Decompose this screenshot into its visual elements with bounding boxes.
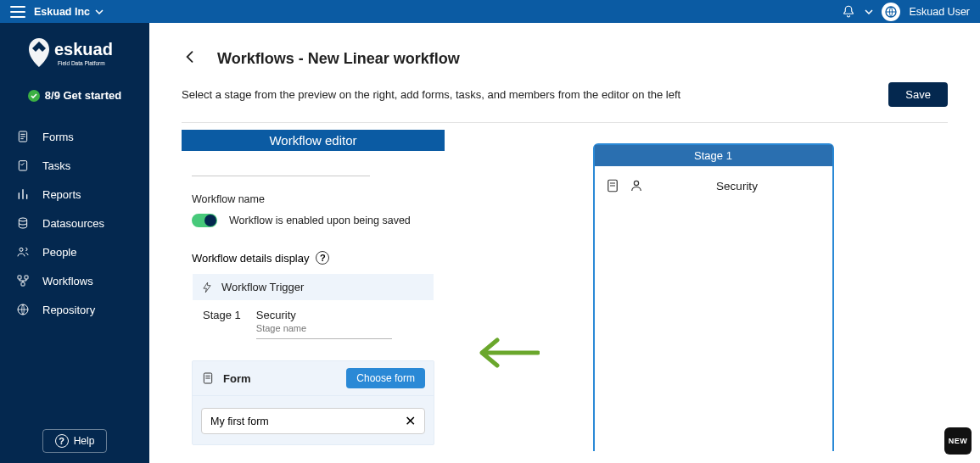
form-icon (15, 129, 31, 144)
form-icon (605, 178, 620, 193)
form-chip-label: My first form (210, 416, 269, 427)
people-icon (15, 244, 31, 259)
globe-avatar[interactable] (882, 3, 900, 21)
svg-rect-4 (19, 161, 26, 170)
svg-point-6 (20, 248, 23, 251)
page-subtitle: Select a stage from the preview on the r… (182, 88, 680, 101)
get-started-link[interactable]: 8/9 Get started (0, 81, 149, 117)
svg-rect-8 (25, 276, 28, 279)
main: Workflows - New Linear workflow Select a… (149, 23, 980, 463)
help-button[interactable]: ? Help (42, 429, 108, 453)
form-section-label: Form (223, 372, 251, 385)
hamburger-icon (10, 6, 25, 18)
workflow-name-label: Workflow name (192, 193, 434, 205)
sidebar-item-forms[interactable]: Forms (0, 122, 149, 151)
form-icon (201, 371, 215, 385)
task-icon (15, 158, 31, 173)
sidebar-item-workflows[interactable]: Workflows (0, 266, 149, 295)
sidebar-item-tasks[interactable]: Tasks (0, 151, 149, 180)
globe-icon (884, 5, 898, 19)
workflows-icon (15, 273, 31, 288)
sidebar-item-label: Workflows (42, 275, 93, 287)
editor-header: Workflow editor (182, 130, 445, 151)
svg-point-14 (634, 181, 638, 185)
nav-list: Forms Tasks Reports Datasources People W… (0, 117, 149, 329)
sidebar-item-label: Forms (42, 131, 74, 143)
datasource-icon (15, 215, 31, 231)
bell-icon (841, 4, 856, 20)
check-icon (28, 90, 40, 102)
sidebar-item-repository[interactable]: Repository (0, 295, 149, 324)
hamburger-button[interactable] (10, 6, 25, 18)
back-button[interactable] (182, 48, 202, 69)
person-icon (629, 178, 644, 193)
stage-name-input[interactable]: Security Stage name (256, 309, 392, 339)
sidebar-item-reports[interactable]: Reports (0, 180, 149, 209)
svg-text:eskuad: eskuad (54, 40, 113, 59)
form-chip: My first form ✕ (201, 408, 425, 434)
stage-name-hint: Stage name (256, 323, 392, 333)
help-label: Help (74, 435, 95, 447)
sidebar-item-people[interactable]: People (0, 237, 149, 266)
trigger-label: Workflow Trigger (221, 281, 304, 293)
details-display-label: Workflow details display (192, 252, 309, 265)
workflow-name-input[interactable] (192, 166, 370, 176)
stage-card-title: Stage 1 (595, 145, 832, 166)
svg-rect-9 (21, 282, 25, 286)
svg-rect-7 (18, 276, 21, 279)
org-switcher[interactable]: Eskuad Inc (34, 6, 104, 18)
stage-name-value: Security (256, 309, 392, 321)
brand-logo: eskuad Field Data Platform (0, 31, 149, 81)
reports-icon (15, 187, 31, 202)
stage-index-label: Stage 1 (203, 309, 241, 321)
save-button[interactable]: Save (888, 82, 948, 107)
divider (182, 122, 948, 123)
svg-point-5 (19, 218, 26, 221)
new-badge[interactable]: NEW (944, 427, 972, 455)
user-name[interactable]: Eskuad User (909, 6, 970, 18)
choose-form-button[interactable]: Choose form (346, 368, 425, 388)
enabled-toggle[interactable] (192, 214, 217, 227)
sidebar-item-label: People (42, 246, 76, 259)
lightning-icon (201, 282, 213, 293)
sidebar-item-label: Reports (42, 188, 81, 201)
chevron-down-icon (95, 9, 104, 14)
sidebar-item-label: Repository (42, 304, 95, 316)
user-menu-chevron[interactable] (865, 9, 873, 14)
chevron-left-icon (182, 48, 199, 65)
toggle-description: Workflow is enabled upon being saved (229, 215, 411, 226)
repository-icon (15, 302, 31, 317)
sidebar-item-label: Datasources (42, 217, 104, 230)
stage-card[interactable]: Stage 1 Security + (593, 143, 834, 451)
svg-text:Field Data Platform: Field Data Platform (58, 60, 105, 66)
stage-card-name: Security (652, 180, 822, 192)
notifications-button[interactable] (841, 4, 856, 20)
help-icon: ? (55, 434, 69, 448)
page-card: Workflows - New Linear workflow Select a… (158, 35, 972, 451)
get-started-label: 8/9 Get started (45, 89, 121, 102)
page-title: Workflows - New Linear workflow (217, 50, 460, 68)
workflow-editor-panel: Workflow editor Workflow name Workflow i… (182, 130, 445, 451)
chevron-down-icon (865, 9, 873, 14)
org-name: Eskuad Inc (34, 6, 90, 18)
sidebar-item-label: Tasks (42, 159, 70, 172)
help-tooltip-icon[interactable]: ? (316, 251, 329, 265)
sidebar: eskuad Field Data Platform 8/9 Get start… (0, 23, 149, 463)
sidebar-item-datasources[interactable]: Datasources (0, 209, 149, 237)
remove-form-button[interactable]: ✕ (405, 413, 416, 429)
workflow-preview: Stage 1 Security + (479, 130, 948, 451)
topbar: Eskuad Inc Eskuad User (0, 0, 980, 23)
